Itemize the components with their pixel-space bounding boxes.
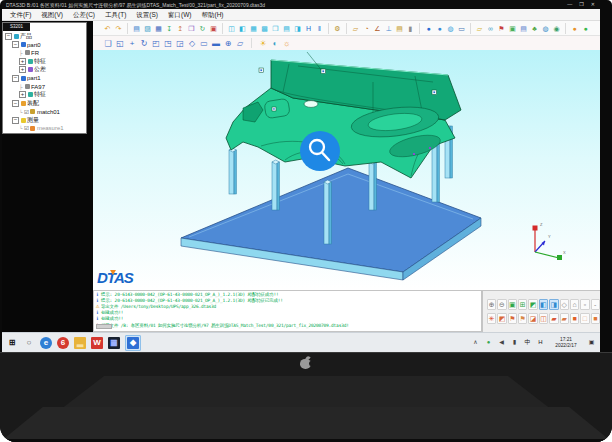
active-task-highlight[interactable]: ◆: [125, 335, 141, 351]
leaf-icon[interactable]: ♣: [530, 24, 539, 33]
mini-cube-icon[interactable]: ▫: [580, 299, 589, 310]
magnifier-overlay[interactable]: [300, 131, 340, 171]
search-button[interactable]: ○: [23, 337, 35, 349]
viewport-3d[interactable]: Z Y X: [93, 50, 600, 290]
tree-checkbox[interactable]: ☑: [24, 125, 29, 131]
pale-cube-icon[interactable]: □: [580, 313, 589, 324]
zoom-out-icon[interactable]: ⊖: [497, 299, 506, 310]
tree-row-公差[interactable]: +公差: [4, 66, 64, 74]
wireframe-icon[interactable]: ▭: [199, 38, 209, 48]
ruler-icon[interactable]: ▱: [351, 24, 360, 33]
minimize-button[interactable]: —: [567, 0, 572, 9]
chart-view-icon[interactable]: ◨: [293, 24, 302, 33]
half-light-icon[interactable]: ◐: [270, 38, 280, 48]
flag-right-icon[interactable]: ⚑: [518, 313, 527, 324]
iso-view-icon[interactable]: ◇: [187, 38, 197, 48]
spin-cube-icon[interactable]: ◨: [549, 299, 558, 310]
cad-scene[interactable]: Z Y X: [93, 50, 600, 290]
panel-view2-icon[interactable]: ▰: [560, 313, 569, 324]
tree-row-装配[interactable]: −装配: [4, 99, 64, 107]
run-icon[interactable]: ●: [581, 24, 590, 33]
tray-chevron-icon[interactable]: ∧: [471, 338, 480, 347]
rotate-cube-icon[interactable]: ◧: [539, 299, 548, 310]
split-view-icon[interactable]: ◧: [238, 24, 247, 33]
fit-all-icon[interactable]: ▣: [508, 299, 517, 310]
panel-view-icon[interactable]: ▰: [549, 313, 558, 324]
import-icon[interactable]: ↧: [165, 24, 174, 33]
report-view-icon[interactable]: ▤: [282, 24, 291, 33]
front-view-icon[interactable]: ◰: [151, 38, 161, 48]
save-icon[interactable]: ▦: [154, 24, 163, 33]
close-button[interactable]: ✕: [591, 0, 595, 9]
cube-left-icon[interactable]: ◩: [497, 313, 506, 324]
top-view-icon[interactable]: ◳: [163, 38, 173, 48]
model-panel[interactable]: [226, 52, 461, 178]
new-file-icon[interactable]: ▤: [132, 24, 141, 33]
open-file-icon[interactable]: ▨: [143, 24, 152, 33]
browser-360-icon[interactable]: 6: [57, 337, 69, 349]
record-icon[interactable]: ●: [570, 24, 579, 33]
cascade-view-icon[interactable]: ❐: [271, 24, 280, 33]
expand-icon[interactable]: +: [19, 58, 26, 65]
angle-measure-icon[interactable]: ∠: [373, 24, 382, 33]
target-icon[interactable]: ◉: [552, 24, 561, 33]
menu-item-3[interactable]: 工具(T): [100, 9, 131, 20]
parallel-icon[interactable]: ‖: [315, 24, 324, 33]
pause-icon[interactable]: H: [304, 24, 313, 33]
tree-row-measure1[interactable]: └☑measure1: [4, 124, 64, 132]
cube-edge-icon[interactable]: ◪: [528, 313, 537, 324]
single-view-icon[interactable]: ◫: [227, 24, 236, 33]
file-explorer-icon[interactable]: ▂: [74, 337, 86, 349]
zoom-fit-icon[interactable]: ❑: [103, 38, 113, 48]
tray-capture-icon[interactable]: ▣: [587, 338, 596, 347]
collapse-icon[interactable]: −: [12, 41, 19, 48]
photoshop-icon[interactable]: ▦: [108, 337, 120, 349]
copy-icon[interactable]: ❐: [187, 24, 196, 33]
orange-cube-icon[interactable]: ■: [591, 313, 600, 324]
zoom-window-icon[interactable]: ◱: [115, 38, 125, 48]
ime-mode-label[interactable]: H: [536, 338, 545, 347]
menu-item-5[interactable]: 窗口(W): [163, 9, 196, 20]
globe-icon[interactable]: ◍: [541, 24, 550, 33]
sphere-wire-icon[interactable]: ◍: [446, 24, 455, 33]
sphere-view-icon[interactable]: ●: [424, 24, 433, 33]
tray-status-icon[interactable]: ●: [484, 338, 493, 347]
collapse-icon[interactable]: −: [5, 33, 12, 40]
more-dash-icon[interactable]: -: [591, 299, 600, 310]
shaded-icon[interactable]: ▬: [211, 38, 221, 48]
cube-corner-icon[interactable]: ◫: [539, 313, 548, 324]
expand-icon[interactable]: +: [19, 91, 26, 98]
protractor-icon[interactable]: ◔: [362, 24, 371, 33]
datum-icon[interactable]: ⊥: [384, 24, 393, 33]
pan-icon[interactable]: +: [127, 38, 137, 48]
rotate-icon[interactable]: ↻: [139, 38, 149, 48]
table-view-icon[interactable]: ▦: [249, 24, 258, 33]
delete-icon[interactable]: ▣: [209, 24, 218, 33]
undo-icon[interactable]: ↶: [103, 24, 112, 33]
flag-left-icon[interactable]: ⚑: [508, 313, 517, 324]
zoom-in-icon[interactable]: ⊕: [487, 299, 496, 310]
flag-icon[interactable]: ⚑: [497, 24, 506, 33]
expand-icon[interactable]: +: [19, 66, 26, 73]
point-select-icon[interactable]: ⊕: [223, 38, 233, 48]
image-icon[interactable]: ▣: [508, 24, 517, 33]
taskbar-clock[interactable]: 17:21 2022/2/17: [549, 337, 583, 348]
note-icon[interactable]: ▤: [519, 24, 528, 33]
restore-button[interactable]: ❐: [579, 0, 583, 9]
left-view-icon[interactable]: ◲: [175, 38, 185, 48]
home-view-icon[interactable]: ⌂: [570, 299, 579, 310]
iso-cube-icon[interactable]: ◇: [560, 299, 569, 310]
edge-browser-icon[interactable]: e: [40, 337, 52, 349]
tree-tab[interactable]: S3201: [3, 23, 30, 31]
tree-row-part0[interactable]: −part0: [4, 40, 64, 48]
ime-zh-label[interactable]: 中: [523, 338, 532, 347]
tray-network-icon[interactable]: ▮: [510, 338, 519, 347]
solid-cube-icon[interactable]: ■: [570, 313, 579, 324]
tree-row-产品[interactable]: −产品: [4, 32, 64, 40]
wps-icon[interactable]: W: [91, 337, 103, 349]
explode-icon[interactable]: ✳: [487, 313, 496, 324]
split-color-icon[interactable]: ◩: [528, 299, 537, 310]
sun-icon[interactable]: ☀: [258, 38, 268, 48]
collapse-icon[interactable]: −: [12, 117, 19, 124]
sphere-shade-icon[interactable]: ●: [435, 24, 444, 33]
